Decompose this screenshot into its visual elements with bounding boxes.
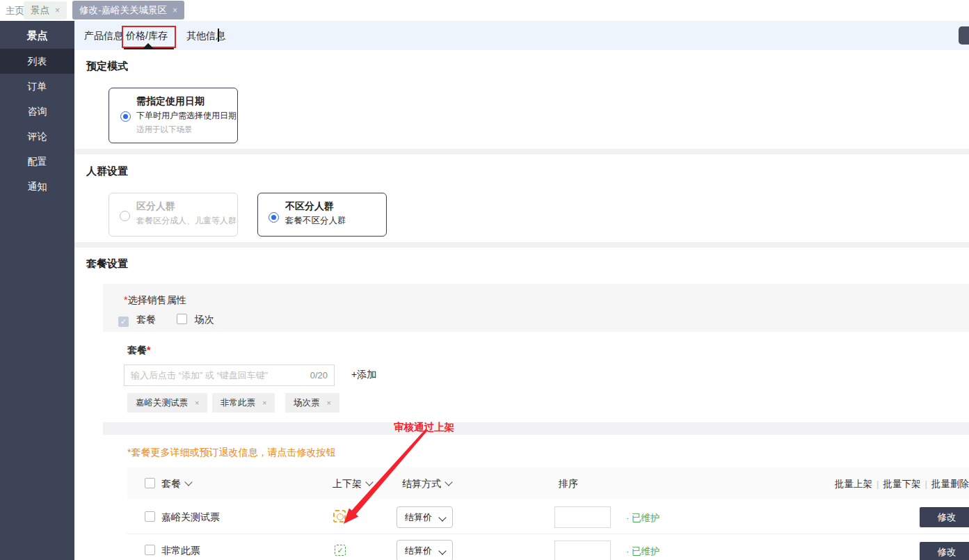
section-title-booking-mode: 预定模式 bbox=[86, 60, 128, 73]
close-icon[interactable]: × bbox=[55, 6, 60, 15]
row-package-name: 嘉峪关测试票 bbox=[161, 511, 220, 524]
close-icon[interactable]: × bbox=[173, 6, 177, 15]
batch-off-shelf-button[interactable]: 批量下架 bbox=[883, 479, 920, 489]
maintained-status: · 已维护 bbox=[626, 545, 660, 558]
content-tab-bar: 产品信息 价格/库存 其他信息 bbox=[74, 21, 969, 50]
select-all-checkbox[interactable] bbox=[145, 478, 155, 488]
booking-mode-card-selected[interactable]: 需指定使用日期 下单时用户需选择使用日期 适用于以下场景 bbox=[109, 88, 238, 143]
settlement-select[interactable]: 结算价 bbox=[397, 540, 453, 560]
checkbox-checked-disabled-icon: ✓ bbox=[118, 317, 129, 327]
row-checkbox[interactable] bbox=[145, 511, 155, 522]
window-tab-edit-label: 修改-嘉峪关关城景区 bbox=[79, 4, 167, 17]
tag-label: 嘉峪关测试票 bbox=[136, 397, 188, 409]
section-title-package: 套餐设置 bbox=[86, 257, 128, 271]
checkbox-unchecked-icon[interactable] bbox=[177, 314, 187, 324]
crowd-split-title: 区分人群 bbox=[136, 200, 175, 213]
sidebar: 景点 列表 订单 咨询 评论 配置 通知 bbox=[0, 21, 74, 560]
collapsed-corner-button[interactable] bbox=[959, 26, 969, 45]
tag-close-icon[interactable]: × bbox=[327, 399, 331, 407]
package-tag: 非常此票 × bbox=[212, 393, 275, 413]
package-name-input-wrap: 0/20 bbox=[124, 365, 335, 386]
section-divider bbox=[74, 149, 969, 154]
panel-gap-band bbox=[103, 422, 969, 435]
sort-input-wrap bbox=[554, 506, 611, 528]
sidebar-item-reviews[interactable]: 评论 bbox=[0, 124, 74, 149]
batch-actions: 批量上架|批量下架|批量删除 bbox=[835, 478, 969, 490]
sidebar-item-orders[interactable]: 订单 bbox=[0, 74, 74, 99]
sort-input[interactable] bbox=[555, 507, 610, 527]
chevron-down-icon bbox=[184, 478, 192, 486]
window-tab-scene-label: 景点 bbox=[31, 4, 49, 17]
radio-selected-icon[interactable] bbox=[269, 212, 279, 223]
sales-attr-label: *选择销售属性 bbox=[124, 294, 186, 307]
char-counter: 0/20 bbox=[310, 370, 328, 381]
home-tab[interactable]: 主页 bbox=[6, 5, 24, 17]
sidebar-item-inquiries[interactable]: 咨询 bbox=[0, 99, 74, 124]
window-tab-bar: 主页 景点 × 修改-嘉峪关关城景区 × bbox=[0, 0, 969, 21]
shelf-status-pending-icon[interactable] bbox=[333, 510, 346, 522]
sort-input[interactable] bbox=[555, 541, 610, 560]
col-sort: 排序 bbox=[559, 478, 578, 490]
package-tag: 嘉峪关测试票 × bbox=[127, 393, 207, 413]
section-title-crowd: 人群设置 bbox=[86, 165, 128, 178]
tag-close-icon[interactable]: × bbox=[262, 399, 266, 407]
package-table-header: 套餐 上下架 结算方式 排序 批量上架|批量下架|批量删除 bbox=[127, 467, 969, 499]
batch-on-shelf-button[interactable]: 批量上架 bbox=[835, 479, 872, 489]
sales-attr-package-label: 套餐 bbox=[136, 314, 156, 325]
package-field-label: 套餐* bbox=[127, 344, 150, 357]
section-divider bbox=[74, 242, 969, 248]
tab-other-info[interactable]: 其他信息 bbox=[186, 30, 225, 42]
radio-selected-icon[interactable] bbox=[120, 111, 131, 122]
booking-mode-card-title: 需指定使用日期 bbox=[136, 95, 205, 108]
sort-input-wrap bbox=[554, 541, 611, 560]
sales-attr-session-label: 场次 bbox=[195, 314, 214, 325]
modify-button[interactable]: 修改 bbox=[920, 507, 969, 527]
booking-mode-card-desc: 下单时用户需选择使用日期 bbox=[136, 110, 237, 122]
booking-mode-card-note: 适用于以下场景 bbox=[136, 125, 193, 135]
sales-attr-panel: *选择销售属性 ✓ 套餐 场次 bbox=[103, 284, 969, 332]
package-tag: 场次票 × bbox=[285, 393, 339, 413]
tag-close-icon[interactable]: × bbox=[195, 399, 199, 407]
col-settlement[interactable]: 结算方式 bbox=[402, 478, 451, 490]
window-tab-edit-active[interactable]: 修改-嘉峪关关城景区 × bbox=[72, 1, 184, 19]
text-cursor bbox=[218, 29, 219, 42]
col-package[interactable]: 套餐 bbox=[161, 478, 191, 490]
row-checkbox[interactable] bbox=[145, 545, 155, 555]
sidebar-item-config[interactable]: 配置 bbox=[0, 149, 74, 174]
crowd-option-nosplit[interactable]: 不区分人群 套餐不区分人群 bbox=[257, 193, 387, 237]
sidebar-item-notifications[interactable]: 通知 bbox=[0, 174, 74, 199]
required-asterisk: * bbox=[147, 344, 150, 355]
crowd-nosplit-desc: 套餐不区分人群 bbox=[285, 215, 346, 227]
radio-unselected-icon[interactable] bbox=[120, 211, 130, 221]
tab-product-info[interactable]: 产品信息 bbox=[84, 30, 123, 42]
chevron-down-icon bbox=[438, 513, 446, 521]
sidebar-item-list[interactable]: 列表 bbox=[0, 49, 74, 74]
table-row bbox=[127, 534, 969, 560]
active-tab-arrow-icon bbox=[143, 43, 154, 49]
chevron-down-icon bbox=[438, 547, 446, 554]
settlement-select[interactable]: 结算价 bbox=[397, 506, 453, 528]
table-row bbox=[127, 499, 969, 534]
tag-label: 场次票 bbox=[294, 397, 320, 409]
app-window: 主页 景点 × 修改-嘉峪关关城景区 × 景点 列表 订单 咨询 评论 配置 通… bbox=[0, 0, 969, 560]
package-name-input[interactable] bbox=[131, 365, 287, 385]
sales-attr-checkboxes: ✓ 套餐 场次 bbox=[118, 314, 214, 327]
add-package-button[interactable]: +添加 bbox=[351, 369, 376, 381]
maintained-status: · 已维护 bbox=[626, 512, 660, 525]
sidebar-title: 景点 bbox=[0, 29, 74, 42]
crowd-option-split[interactable]: 区分人群 套餐区分成人、儿童等人群 bbox=[109, 193, 238, 237]
modify-hint-note: *套餐更多详细或预订退改信息，请点击修改按钮 bbox=[127, 447, 335, 459]
row-package-name: 非常此票 bbox=[161, 545, 200, 557]
crowd-nosplit-title: 不区分人群 bbox=[285, 200, 334, 213]
window-tab-scene[interactable]: 景点 × bbox=[24, 1, 67, 19]
review-annotation-text: 审核通过上架 bbox=[394, 421, 454, 434]
col-on-off-shelf[interactable]: 上下架 bbox=[333, 478, 372, 490]
tag-label: 非常此票 bbox=[221, 397, 255, 409]
batch-delete-button[interactable]: 批量删除 bbox=[931, 479, 969, 489]
chevron-down-icon bbox=[445, 478, 452, 486]
crowd-split-desc: 套餐区分成人、儿童等人群 bbox=[136, 215, 237, 227]
modify-button[interactable]: 修改 bbox=[920, 542, 969, 560]
shelf-status-approved-icon[interactable]: ✓ bbox=[335, 545, 346, 556]
chevron-down-icon bbox=[365, 478, 373, 486]
